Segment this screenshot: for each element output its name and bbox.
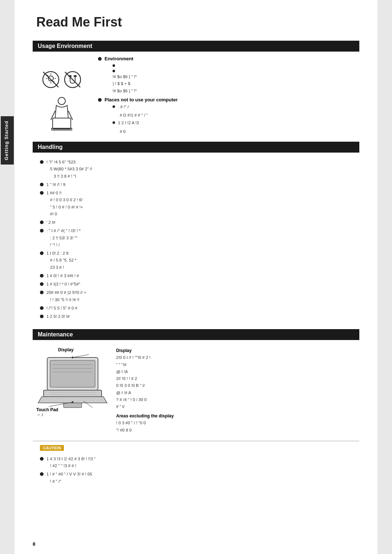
caution-text-2: 1 ! # " #0 " / V V 3! # ! 05 ! # " /": [46, 471, 92, 485]
svg-rect-14: [53, 118, 71, 129]
laptop-diagram-svg: [36, 354, 109, 412]
caution-item-2: 1 ! # " #0 " / V V 3! # ! 05 ! # " /": [40, 471, 352, 485]
bullet-icon: [40, 306, 44, 310]
touchpad-ref: ☞ /: [37, 413, 109, 417]
bullet-icon: [40, 472, 44, 476]
bullet-icon: [40, 229, 44, 232]
handling-item-11: 1 2 5! 2 0! I#: [40, 314, 352, 320]
svg-point-2: [48, 76, 53, 81]
disp-line-7: # " I/: [116, 404, 356, 410]
places-sub-1: . # !" /: [113, 104, 359, 111]
disp-line-6: ? # /4 " ! 0 / 30 0: [116, 397, 356, 403]
places-sub-line3: 1 2 I !2 A !3: [118, 120, 139, 126]
places-sub: . # !" / # D #!1 # # " / " 1 2 I !2 A !3…: [105, 104, 359, 135]
svg-point-13: [58, 97, 65, 105]
handling-header: Handling: [33, 142, 359, 153]
environment-sub: !# $o $6 } " !* ) ! $ $ + $ !# $o $6 } "…: [105, 63, 359, 94]
handling-item-4: ' 2 I#: [40, 219, 352, 226]
places-sub-line1: . # !" /: [118, 104, 129, 110]
icon-group-top: [42, 70, 82, 89]
page-container: Getting Started Read Me First Usage Envi…: [15, 0, 377, 554]
svg-rect-23: [44, 390, 102, 397]
user-laptop-icon: [40, 94, 83, 134]
usage-icons: [33, 56, 91, 136]
bullet-small-icon: [113, 70, 115, 72]
env-line-1: !# $o $6 } " !*: [113, 74, 359, 80]
bullet-icon: [40, 282, 44, 286]
caution-text-1: 1 4 3 !3 I 1! #2 # 3 8! ! !!3 " ! #2 " "…: [46, 456, 95, 470]
places-line2: # D #!1 # # " / ": [120, 112, 359, 118]
handling-item-10: ! /"! 5 5 ! 5" # 0 #: [40, 305, 352, 312]
handling-item-7: 1 # 0! ! # 3 ##I ! #: [40, 273, 352, 280]
caution-badge: CAUTION: [40, 445, 64, 451]
disp-line-1: " " "!#: [116, 362, 356, 368]
maintenance-text: Display 2!0 0 I /! ! ""!0 # 2 ! " " "!# …: [116, 347, 356, 434]
handling-item-9: 20# ## 0 # )2 5!!0 // + ! ! 30 "5 !! /I …: [40, 290, 352, 304]
maintenance-section: Display: [33, 344, 359, 437]
disp-line-4: 0 !0 3 0 !0 B " I/: [116, 383, 356, 389]
areas-line-1: "! #0 8 0: [116, 427, 356, 433]
environment-bullet: Environment: [98, 56, 359, 61]
env-line-3: !# $o $6 } " !*: [113, 88, 359, 94]
caution-badge-area: CAUTION: [40, 444, 359, 452]
display-label: Display: [58, 347, 74, 352]
handling-text-9: 20# ## 0 # )2 5!!0 // + ! ! 30 "5 !! /I …: [46, 290, 86, 304]
bullet-small-icon: [113, 64, 115, 67]
svg-rect-11: [69, 75, 72, 77]
bullet-icon: [98, 98, 102, 102]
usage-environment-section: Environment !# $o $6 } " !* ) ! $ $ + $ …: [33, 56, 359, 136]
handling-item-1: ! "I" !4 5 6" "523 5 W(80 * 5#3 3 0# 2" …: [40, 159, 352, 180]
disp-line-2: @ I !A: [116, 369, 356, 375]
bullet-icon: [40, 457, 44, 461]
maintenance-illustration: Display: [36, 347, 109, 434]
handling-item-8: 1 # I(3 ! * 0 ! #"5#": [40, 281, 352, 288]
handling-text-6: 1 I 0! 2 : 2 8 # / 5 8 "5. 52 * 23 3 # !: [46, 250, 77, 271]
display-label-area: Display: [58, 347, 109, 353]
handling-text-1: ! "I" !4 5 6" "523 5 W(80 * 5#3 3 0# 2" …: [46, 159, 92, 180]
side-tab: Getting Started: [1, 116, 14, 165]
page-number: 8: [33, 541, 35, 547]
svg-line-27: [73, 355, 89, 357]
areas-label: Areas excluding the display: [116, 413, 356, 419]
bullet-icon: [40, 315, 44, 318]
env-sub-1: [113, 63, 359, 67]
touchpad-label: Touch Pad: [36, 407, 58, 412]
no-sun-icon: [42, 70, 60, 89]
bullet-icon: [40, 291, 44, 294]
usage-text: Environment !# $o $6 } " !* ) ! $ $ + $ …: [98, 56, 359, 136]
handling-text-5: : " I # /" #( " ! /3! ! * : 2 !! 53! 3 3…: [46, 228, 81, 249]
no-magnet-icon: [64, 70, 82, 89]
bullet-icon: [40, 221, 44, 224]
laptop-person-icon: [40, 94, 83, 136]
caution-item-1: 1 4 3 !3 I 1! #2 # 3 8! ! !!3 " ! #2 " "…: [40, 456, 352, 470]
caution-section: CAUTION 1 4 3 !3 I 1! #2 # 3 8! ! !!3 " …: [33, 441, 359, 490]
handling-item-3: 1 ## 0 !! # ! 0 0 3 0 0 2 ! 6! " 5 ! 0 #…: [40, 190, 352, 218]
bullet-small-icon: [113, 121, 115, 124]
areas-line-0: ! 0 3 #0 " / ! "0 0: [116, 420, 356, 426]
usage-environment-header: Usage Environment: [33, 41, 359, 52]
touchpad-label-area: Touch Pad ☞ /: [36, 406, 109, 417]
disp-line-5: @ I !# A: [116, 390, 356, 396]
bullet-icon: [98, 57, 102, 61]
svg-rect-19: [50, 360, 95, 387]
bullet-icon: [40, 274, 44, 278]
places-label: Places not to use your computer: [105, 97, 178, 102]
places-sub-2: 1 2 I !2 A !3: [113, 120, 359, 127]
env-sub-2: [113, 68, 359, 72]
caution-content: 1 4 3 !3 I 1! #2 # 3 8! ! !!3 " ! #2 " "…: [33, 454, 359, 490]
env-line-2: ) ! $ $ + $: [113, 81, 359, 87]
svg-point-30: [72, 401, 74, 403]
page-title: Read Me First: [36, 15, 359, 30]
disp-line-0: 2!0 0 I /! ! ""!0 # 2 !: [116, 355, 356, 361]
display-section-label: Display: [116, 347, 356, 354]
maintenance-header: Maintenance: [33, 329, 359, 340]
bullet-small-icon: [113, 105, 115, 108]
bullet-icon: [40, 160, 44, 164]
environment-label: Environment: [105, 56, 133, 61]
bullet-icon: [40, 183, 44, 186]
handling-item-6: 1 I 0! 2 : 2 8 # / 5 8 "5. 52 * 23 3 # !: [40, 250, 352, 271]
handling-item-2: 1 " !# /! ! 9: [40, 182, 352, 189]
bullet-icon: [40, 251, 44, 255]
disp-line-3: 2I! !0 ! ! # 2: [116, 376, 356, 382]
handling-text-3: 1 ## 0 !! # ! 0 0 3 0 0 2 ! 6! " 5 ! 0 #…: [46, 190, 83, 218]
